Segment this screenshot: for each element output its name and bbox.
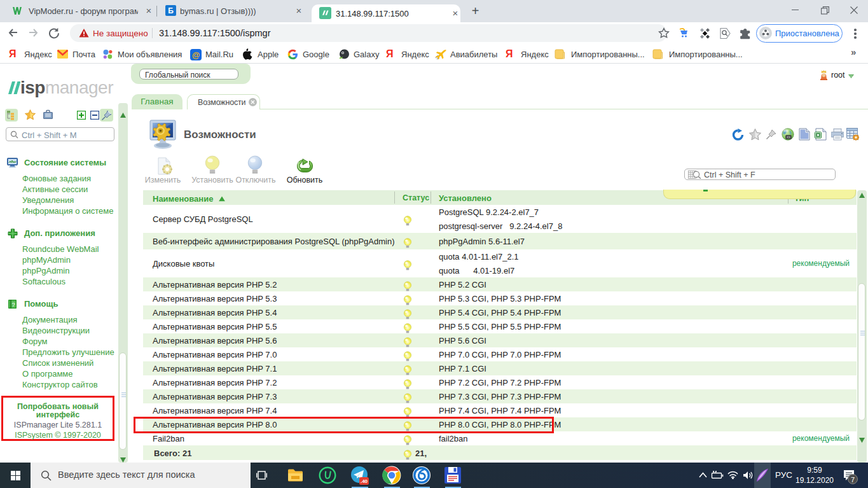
svg-text:?: ?: [11, 302, 15, 308]
svg-text:Б: Б: [168, 6, 174, 15]
svg-text:.40: .40: [361, 478, 368, 484]
svg-text:@: @: [192, 51, 200, 60]
